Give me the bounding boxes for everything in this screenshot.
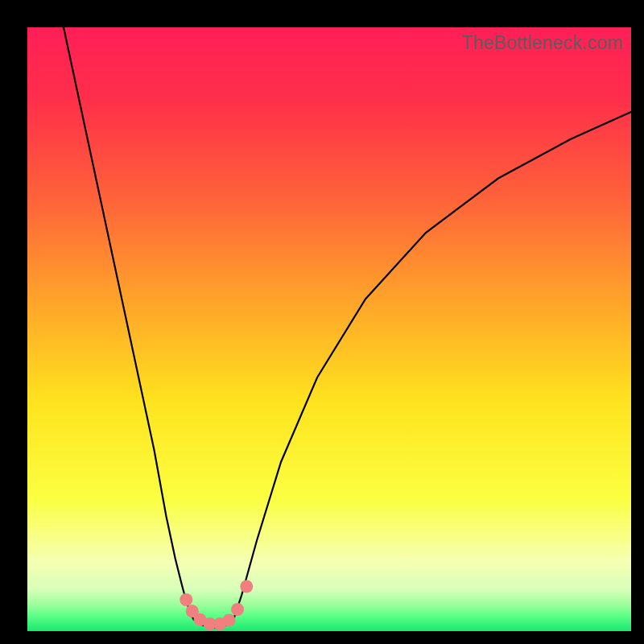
valley-marker: [180, 593, 192, 606]
watermark-label: TheBottleneck.com: [462, 32, 623, 54]
valley-marker: [223, 614, 236, 627]
chart-frame: TheBottleneck.com: [27, 27, 631, 631]
valley-marker: [240, 580, 253, 593]
gradient-background: [27, 27, 631, 631]
bottleneck-chart: [27, 27, 631, 631]
valley-marker: [231, 603, 244, 616]
